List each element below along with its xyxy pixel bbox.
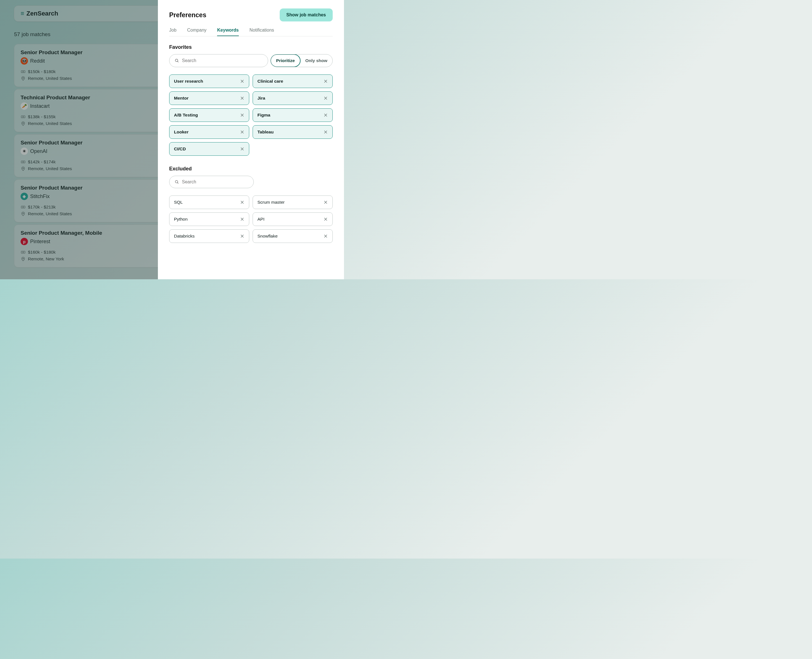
chip-label: Tableau (257, 129, 274, 134)
favorites-mode-segment: Prioritize Only show (271, 54, 333, 67)
excluded-label: Excluded (169, 166, 333, 172)
segment-prioritize[interactable]: Prioritize (271, 54, 300, 67)
remove-chip-icon[interactable] (323, 96, 328, 101)
chip-label: Mentor (174, 96, 189, 101)
favorite-keyword-chip: Tableau (253, 125, 333, 139)
chip-label: Scrum master (257, 200, 285, 205)
tab-job[interactable]: Job (169, 28, 176, 36)
preferences-title: Preferences (169, 11, 206, 19)
excluded-search-input[interactable] (182, 180, 249, 184)
segment-only-show[interactable]: Only show (300, 54, 332, 67)
search-icon (175, 180, 179, 184)
remove-chip-icon[interactable] (323, 79, 328, 84)
svg-point-62 (175, 181, 178, 183)
chip-label: Databricks (174, 233, 195, 239)
favorites-search-wrapper[interactable] (169, 54, 268, 67)
remove-chip-icon[interactable] (323, 200, 328, 205)
favorite-keyword-chip: User research (169, 74, 249, 88)
favorites-label: Favorites (169, 44, 333, 50)
chip-label: Python (174, 217, 187, 222)
remove-chip-icon[interactable] (240, 217, 244, 221)
chip-label: Snowflake (257, 233, 278, 239)
favorite-keyword-chip: Clinical care (253, 74, 333, 88)
favorite-keyword-chip: Mentor (169, 91, 249, 105)
preferences-tabs: JobCompanyKeywordsNotifications (169, 28, 333, 36)
show-job-matches-button[interactable]: Show job matches (280, 8, 333, 21)
chip-label: SQL (174, 200, 183, 205)
excluded-search-wrapper[interactable] (169, 176, 254, 188)
remove-chip-icon[interactable] (323, 130, 328, 134)
remove-chip-icon[interactable] (240, 96, 244, 101)
remove-chip-icon[interactable] (323, 217, 328, 221)
favorite-keyword-chip: Jira (253, 91, 333, 105)
tab-keywords[interactable]: Keywords (217, 28, 239, 36)
remove-chip-icon[interactable] (323, 234, 328, 238)
chip-label: API (257, 217, 264, 222)
excluded-keyword-chip: Scrum master (253, 195, 333, 209)
excluded-keyword-chip: API (253, 213, 333, 226)
search-icon (175, 58, 179, 63)
tab-notifications[interactable]: Notifications (250, 28, 274, 36)
svg-line-63 (177, 183, 178, 183)
chip-label: Jira (257, 96, 265, 101)
excluded-keyword-chip: SQL (169, 195, 249, 209)
chip-label: Looker (174, 129, 189, 134)
favorite-keyword-chip: Figma (253, 108, 333, 122)
preferences-panel: Preferences Show job matches JobCompanyK… (158, 0, 344, 279)
excluded-keyword-chip: Databricks (169, 229, 249, 243)
chip-label: Figma (257, 113, 271, 118)
remove-chip-icon[interactable] (240, 200, 244, 205)
chip-label: User research (174, 79, 203, 84)
remove-chip-icon[interactable] (240, 79, 244, 84)
chip-label: Clinical care (257, 79, 283, 84)
remove-chip-icon[interactable] (240, 113, 244, 117)
favorites-search-input[interactable] (182, 58, 263, 63)
svg-line-43 (177, 61, 178, 62)
excluded-keyword-chip: Snowflake (253, 229, 333, 243)
chip-label: CI/CD (174, 147, 186, 151)
chip-label: A/B Testing (174, 113, 198, 118)
favorite-keyword-chip: CI/CD (169, 142, 249, 156)
remove-chip-icon[interactable] (240, 147, 244, 151)
excluded-keyword-chip: Python (169, 213, 249, 226)
tab-company[interactable]: Company (187, 28, 206, 36)
favorite-keyword-chip: Looker (169, 125, 249, 139)
remove-chip-icon[interactable] (323, 113, 328, 117)
remove-chip-icon[interactable] (240, 130, 244, 134)
svg-point-42 (175, 59, 178, 62)
favorite-keyword-chip: A/B Testing (169, 108, 249, 122)
remove-chip-icon[interactable] (240, 234, 244, 238)
